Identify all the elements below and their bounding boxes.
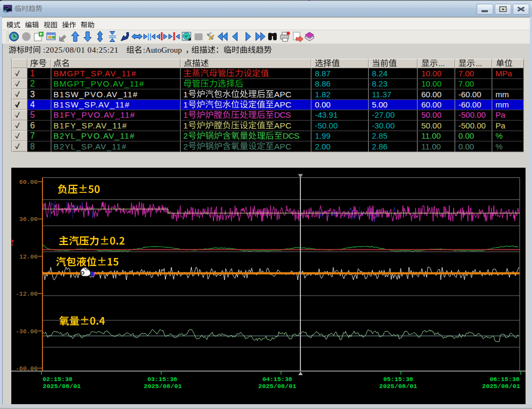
svg-text:Pa: Pa <box>495 121 506 130</box>
svg-text:-60.00: -60.00 <box>16 365 38 372</box>
svg-text:C: C <box>285 142 291 151</box>
svg-text:C: C <box>285 100 291 109</box>
svg-text:2025/08/01: 2025/08/01 <box>43 383 81 390</box>
svg-text:%: % <box>495 131 502 140</box>
svg-text:-27.00: -27.00 <box>372 110 395 119</box>
svg-text:B2YL_PVO.AV_11#: B2YL_PVO.AV_11# <box>54 131 135 140</box>
svg-text:...: ... <box>438 59 445 68</box>
svg-text:7: 7 <box>30 131 35 140</box>
svg-text::AutoGroup: :AutoGroup <box>143 46 182 54</box>
svg-text:7.00: 7.00 <box>458 69 474 78</box>
svg-text:4: 4 <box>30 100 35 109</box>
svg-text:-500.00: -500.00 <box>458 121 486 130</box>
svg-text:mm: mm <box>495 90 509 99</box>
svg-text:50.00: 50.00 <box>421 110 442 119</box>
svg-text:2: 2 <box>183 131 188 140</box>
svg-text:60.00: 60.00 <box>421 100 442 109</box>
svg-text:C: C <box>285 90 291 99</box>
svg-text:2025/08/01: 2025/08/01 <box>258 383 297 390</box>
svg-text:mm: mm <box>495 100 509 109</box>
svg-text:11.37: 11.37 <box>372 90 391 99</box>
svg-text:C: C <box>289 131 294 140</box>
svg-text:...: ... <box>476 59 482 68</box>
svg-text:BMGPT_SP.AV_11#: BMGPT_SP.AV_11# <box>54 69 137 78</box>
svg-text:P: P <box>280 90 285 99</box>
svg-text:-60.00: -60.00 <box>458 100 481 109</box>
svg-text:B1SW_PVO.AV_11#: B1SW_PVO.AV_11# <box>54 90 138 99</box>
svg-text:2: 2 <box>183 142 188 151</box>
svg-text:A: A <box>274 100 280 109</box>
svg-text:B1SW_SP.AV_11#: B1SW_SP.AV_11# <box>54 100 130 109</box>
svg-text:03:15:38: 03:15:38 <box>147 376 177 383</box>
svg-text:A: A <box>274 90 280 99</box>
svg-text:2.00: 2.00 <box>315 142 330 151</box>
svg-text:-30.00: -30.00 <box>372 121 395 130</box>
svg-text:8: 8 <box>30 142 35 151</box>
svg-text:0.00: 0.00 <box>458 131 474 140</box>
svg-text:A: A <box>274 142 280 151</box>
svg-text:36.00: 36.00 <box>19 216 38 223</box>
svg-text:0.00: 0.00 <box>315 100 330 109</box>
svg-text:10.00: 10.00 <box>421 79 442 88</box>
svg-text:8.86: 8.86 <box>315 79 330 88</box>
svg-text:8.23: 8.23 <box>372 79 387 88</box>
svg-text:1: 1 <box>183 100 188 109</box>
svg-text:2025/08/01: 2025/08/01 <box>482 383 520 390</box>
svg-text:11.00: 11.00 <box>421 131 441 140</box>
svg-text:8.24: 8.24 <box>372 69 387 78</box>
svg-text:1.99: 1.99 <box>315 131 330 140</box>
svg-text:Pa: Pa <box>495 110 506 119</box>
svg-text:B1FY_PVO.AV_11#: B1FY_PVO.AV_11# <box>54 110 135 119</box>
svg-text:-50.00: -50.00 <box>315 121 338 130</box>
svg-text:1: 1 <box>30 69 35 78</box>
svg-text:3: 3 <box>30 90 35 99</box>
svg-text:11.00: 11.00 <box>421 142 441 151</box>
svg-text:60.00: 60.00 <box>19 179 38 185</box>
svg-text:0.00: 0.00 <box>458 142 474 151</box>
svg-text:6: 6 <box>30 121 35 130</box>
svg-text:-43.91: -43.91 <box>315 110 338 119</box>
svg-text:S: S <box>285 110 291 119</box>
svg-text:D: D <box>283 131 289 140</box>
svg-text:7.00: 7.00 <box>458 79 474 88</box>
svg-text:MPa: MPa <box>495 69 513 78</box>
svg-text:1: 1 <box>183 110 188 119</box>
svg-text:02:15:38: 02:15:38 <box>42 376 73 383</box>
svg-text:BMGPT_PVO.AV_11#: BMGPT_PVO.AV_11# <box>54 79 145 88</box>
svg-text:5.00: 5.00 <box>372 100 387 109</box>
svg-text:2.85: 2.85 <box>372 131 387 140</box>
svg-text:1.82: 1.82 <box>315 90 330 99</box>
svg-text:B1FY_SP.AV_11#: B1FY_SP.AV_11# <box>54 121 127 130</box>
svg-text:2: 2 <box>30 79 35 88</box>
svg-text:5: 5 <box>30 110 35 119</box>
svg-text:1: 1 <box>183 121 188 130</box>
svg-text:2.86: 2.86 <box>372 142 387 151</box>
svg-text:B2YL_SP.AV_11#: B2YL_SP.AV_11# <box>54 142 127 151</box>
svg-text:10.00: 10.00 <box>421 69 442 78</box>
svg-text::2025/08/01 04:25:21: :2025/08/01 04:25:21 <box>43 46 119 54</box>
svg-text:D: D <box>274 110 280 119</box>
svg-text:P: P <box>280 142 285 151</box>
svg-text:-12.00: -12.00 <box>16 291 38 297</box>
svg-text:2025/08/01: 2025/08/01 <box>379 383 418 390</box>
svg-text:A: A <box>274 121 280 130</box>
svg-text:50.00: 50.00 <box>421 121 442 130</box>
svg-text:-60.00: -60.00 <box>458 90 481 99</box>
svg-text:06:15:38: 06:15:38 <box>490 376 520 383</box>
svg-text:60.00: 60.00 <box>421 90 442 99</box>
svg-text:P: P <box>280 100 285 109</box>
svg-text:%: % <box>495 142 502 151</box>
svg-text:S: S <box>294 131 299 140</box>
svg-text:2025/08/01: 2025/08/01 <box>144 383 182 390</box>
svg-text:-500.00: -500.00 <box>458 110 486 119</box>
svg-text:04:15:38: 04:15:38 <box>262 376 292 383</box>
svg-text:C: C <box>280 110 286 119</box>
svg-text:8.87: 8.87 <box>315 69 330 78</box>
svg-text:P: P <box>280 121 285 130</box>
svg-text:05:15:38: 05:15:38 <box>383 376 413 383</box>
svg-text:C: C <box>285 121 291 130</box>
svg-text:-36.00: -36.00 <box>16 328 38 335</box>
svg-text:12.00: 12.00 <box>19 254 38 260</box>
svg-text:1: 1 <box>183 90 188 99</box>
